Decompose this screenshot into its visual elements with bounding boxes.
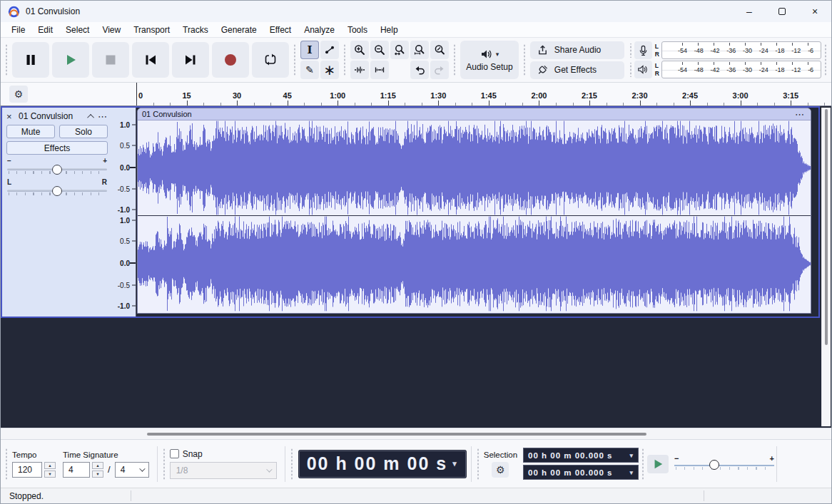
- record-button[interactable]: [212, 42, 249, 78]
- vertical-scrollbar-thumb[interactable]: [825, 109, 828, 345]
- zoom-out-button[interactable]: [370, 41, 389, 59]
- selection-start-display[interactable]: 00 h 00 m 00.000 s ▾: [523, 448, 639, 463]
- amplitude-label: 0.5: [120, 141, 130, 149]
- time-signature-toolbar-grip[interactable]: [4, 448, 9, 480]
- timesig-spin-down[interactable]: ▼: [92, 470, 103, 478]
- track-name[interactable]: 01 Convulsion: [19, 111, 86, 121]
- selection-end-caret-icon[interactable]: ▾: [630, 469, 634, 476]
- track-menu-button[interactable]: ⋯: [98, 111, 108, 122]
- undo-button[interactable]: [410, 61, 429, 79]
- ruler-minor-ticks: [136, 103, 831, 106]
- vertical-scrollbar[interactable]: [821, 108, 831, 426]
- timeline-options-button[interactable]: ⚙: [9, 86, 28, 103]
- meter-scale-label: 0: [821, 47, 821, 54]
- effects-button[interactable]: Effects: [6, 141, 108, 155]
- horizontal-scrollbar[interactable]: [1, 428, 831, 439]
- tempo-spin-up[interactable]: ▲: [44, 462, 56, 469]
- tempo-input[interactable]: 120: [12, 462, 42, 478]
- selection-options-button[interactable]: ⚙: [492, 462, 509, 478]
- zoom-toggle-button[interactable]: [430, 41, 449, 59]
- play-at-speed-grip[interactable]: [641, 448, 645, 480]
- meter-scale-label: -24: [759, 47, 768, 54]
- close-button[interactable]: ×: [798, 1, 831, 22]
- selection-tool-button[interactable]: I: [300, 41, 319, 59]
- draw-tool-button[interactable]: ✎: [300, 61, 319, 79]
- skip-to-start-button[interactable]: [132, 42, 169, 78]
- audio-setup-button[interactable]: ▾ Audio Setup: [460, 41, 519, 79]
- audio-clip[interactable]: 01 Convulsion ⋯: [137, 108, 811, 314]
- tools-toolbar-grip[interactable]: [293, 44, 297, 76]
- menu-file[interactable]: File: [5, 24, 31, 36]
- waveform-channel-left[interactable]: [138, 120, 811, 215]
- minimize-button[interactable]: –: [733, 1, 766, 22]
- track-collapse-icon[interactable]: [87, 113, 94, 120]
- menu-select[interactable]: Select: [59, 24, 96, 36]
- selection-toolbar-grip[interactable]: [476, 448, 480, 480]
- fit-selection-button[interactable]: [390, 41, 409, 59]
- pan-slider-thumb[interactable]: [52, 186, 62, 196]
- play-button[interactable]: [52, 42, 89, 78]
- playback-meter-grip[interactable]: [629, 63, 633, 77]
- solo-button[interactable]: Solo: [59, 125, 108, 138]
- menu-edit[interactable]: Edit: [31, 24, 59, 36]
- loop-button[interactable]: [252, 42, 289, 78]
- gain-slider-thumb[interactable]: [52, 165, 62, 175]
- fit-project-button[interactable]: [410, 41, 429, 59]
- pan-slider[interactable]: [6, 186, 108, 197]
- pause-button[interactable]: [12, 42, 49, 78]
- tempo-spin-down[interactable]: ▼: [44, 470, 56, 478]
- recording-meter-bar[interactable]: -54-48-42-36-30-24-18-12-60: [661, 41, 821, 59]
- gain-slider[interactable]: [6, 165, 108, 176]
- edit-toolbar-grip[interactable]: [343, 44, 347, 76]
- mute-button[interactable]: Mute: [6, 125, 55, 138]
- recording-meter-grip[interactable]: [629, 43, 633, 58]
- skip-to-end-button[interactable]: [172, 42, 209, 78]
- horizontal-scrollbar-thumb[interactable]: [147, 433, 646, 436]
- selection-end-display[interactable]: 00 h 00 m 00.000 s ▾: [523, 465, 639, 480]
- multi-tool-button[interactable]: ∗: [320, 61, 339, 79]
- snapping-toolbar-grip[interactable]: [162, 448, 166, 480]
- zoom-in-button[interactable]: [350, 41, 369, 59]
- selection-start-caret-icon[interactable]: ▾: [630, 452, 634, 459]
- recording-meter-button[interactable]: [634, 41, 652, 59]
- audio-setup-toolbar-grip[interactable]: [452, 44, 457, 76]
- menu-help[interactable]: Help: [374, 24, 405, 36]
- play-at-speed-button[interactable]: [647, 455, 669, 473]
- stop-button[interactable]: [92, 42, 129, 78]
- track-close-button[interactable]: ×: [6, 111, 15, 122]
- menu-tracks[interactable]: Tracks: [176, 24, 215, 36]
- time-toolbar-grip[interactable]: [290, 448, 294, 480]
- maximize-button[interactable]: [766, 1, 798, 22]
- menu-effect[interactable]: Effect: [263, 24, 298, 36]
- timesig-spin-up[interactable]: ▲: [92, 462, 103, 469]
- transport-toolbar-grip[interactable]: [4, 44, 9, 76]
- toolbar-end-grip[interactable]: [823, 44, 828, 76]
- silence-audio-button[interactable]: [370, 61, 389, 79]
- timeline-ruler[interactable]: 01530451:001:151:301:452:002:152:302:453…: [135, 83, 831, 106]
- snap-checkbox[interactable]: [170, 449, 179, 458]
- speed-slider-thumb[interactable]: [709, 460, 719, 470]
- share-audio-button[interactable]: Share Audio: [530, 41, 624, 59]
- share-toolbar-grip[interactable]: [522, 44, 527, 76]
- trim-audio-button[interactable]: [350, 61, 369, 79]
- envelope-tool-button[interactable]: [320, 41, 339, 59]
- menu-tools[interactable]: Tools: [341, 24, 374, 36]
- waveform-channel-right[interactable]: [138, 216, 811, 312]
- get-effects-button[interactable]: Get Effects: [530, 61, 624, 79]
- playback-speed-slider[interactable]: − +: [674, 454, 774, 474]
- time-format-caret-icon[interactable]: ▾: [452, 459, 458, 468]
- playback-meter-bar[interactable]: -54-48-42-36-30-24-18-12-60: [661, 61, 821, 78]
- audio-position-display[interactable]: 00 h 00 m 00 s ▾: [299, 451, 466, 478]
- menu-view[interactable]: View: [96, 24, 127, 36]
- menu-transport[interactable]: Transport: [127, 24, 176, 36]
- timesig-lower-select[interactable]: 4: [115, 462, 149, 478]
- menu-generate[interactable]: Generate: [215, 24, 263, 36]
- redo-button[interactable]: [430, 61, 449, 79]
- vertical-ruler[interactable]: 1.00.50.0-0.5-1.01.00.50.0-0.5-1.0: [113, 108, 136, 317]
- timesig-upper-input[interactable]: 4: [63, 462, 90, 478]
- menu-analyze[interactable]: Analyze: [298, 24, 341, 36]
- snap-interval-select[interactable]: 1/8: [170, 462, 277, 479]
- clip-menu-button[interactable]: ⋯: [795, 109, 805, 120]
- clip-header[interactable]: 01 Convulsion ⋯: [138, 108, 811, 120]
- playback-meter-button[interactable]: [634, 61, 652, 78]
